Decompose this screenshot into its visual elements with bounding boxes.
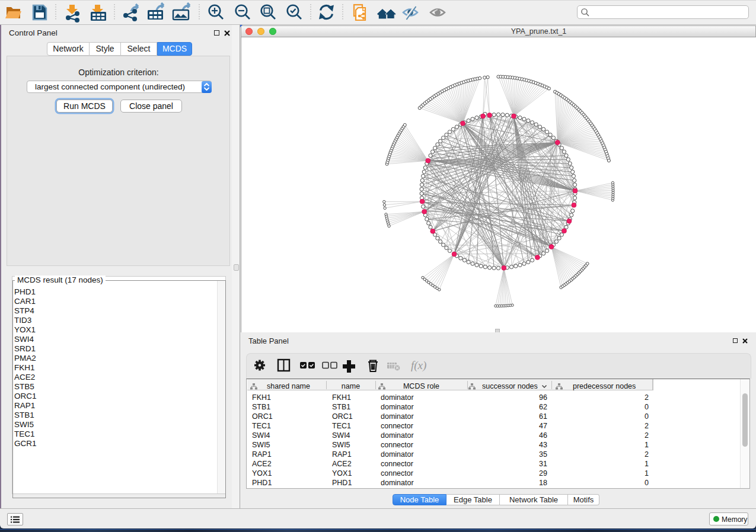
svg-text:f(x): f(x) — [411, 359, 426, 372]
